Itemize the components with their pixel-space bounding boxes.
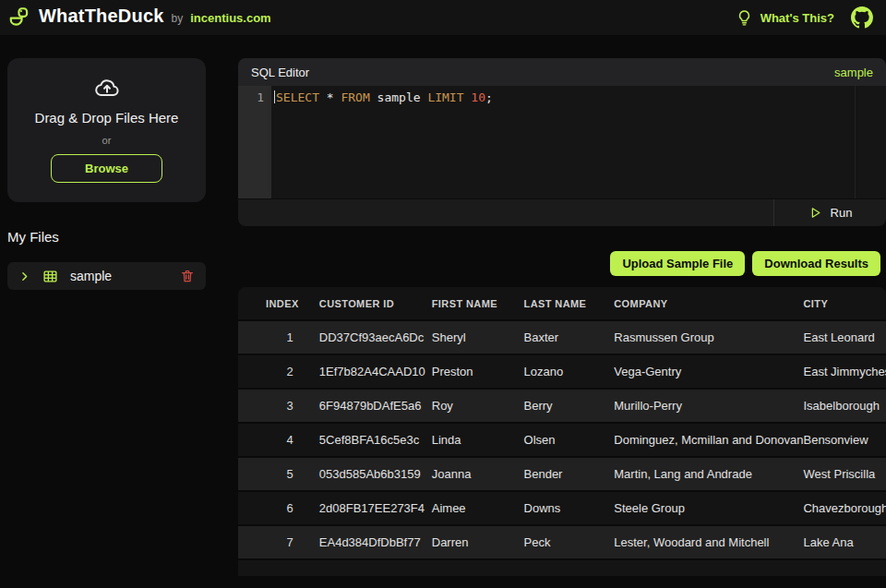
table-cell: Aimee: [432, 491, 524, 525]
table-cell: 5: [238, 457, 319, 491]
table-cell: East Leonard: [803, 320, 886, 354]
table-header-row: INDEXCUSTOMER IDFIRST NAMELAST NAMECOMPA…: [238, 287, 886, 320]
table-cell: Bensonview: [803, 423, 886, 457]
duck-logo-icon: [7, 6, 31, 30]
github-icon[interactable]: [851, 6, 873, 29]
topbar-actions: What's This?: [736, 6, 873, 29]
code-token: *: [319, 90, 341, 104]
cloud-upload-icon: [93, 75, 121, 102]
table-cell: 6F94879bDAfE5a6: [319, 389, 432, 423]
table-cell: Olsen: [524, 423, 615, 457]
topbar: WhatTheDuck by incentius.com What's This…: [0, 0, 886, 35]
line-number-gutter: 1: [238, 86, 271, 198]
code-line[interactable]: SELECT * FROM sample LIMIT 10;: [271, 86, 886, 198]
code-token: ;: [485, 90, 493, 104]
chevron-right-icon[interactable]: [18, 270, 30, 282]
editor-toolbar: Run: [238, 198, 886, 226]
whats-this-label: What's This?: [760, 11, 834, 25]
table-cell: 5Cef8BFA16c5e3c: [319, 423, 432, 457]
table-cell: [432, 559, 524, 576]
table-cell: Isabelborough: [803, 389, 886, 423]
table-cell: Berry: [524, 389, 615, 423]
table-cell: 1Ef7b82A4CAAD10: [319, 354, 432, 389]
whats-this-link[interactable]: What's This?: [736, 9, 834, 27]
table-cell: 3: [238, 389, 319, 423]
table-row: 5053d585Ab6b3159JoannaBenderMartin, Lang…: [238, 457, 886, 491]
table-file-icon: [42, 269, 58, 284]
code-token: sample: [370, 90, 428, 104]
table-cell: Darren: [432, 525, 524, 559]
column-header: INDEX: [238, 287, 319, 320]
sql-editor-title: SQL Editor: [251, 66, 309, 79]
brand: WhatTheDuck by incentius.com: [7, 6, 271, 30]
table-cell: Roy: [432, 389, 524, 423]
editor-scrollbar-track: [855, 86, 856, 198]
table-cell: Linda: [432, 423, 524, 457]
run-label: Run: [831, 206, 853, 220]
main-content: SQL Editor sample 1 SELECT * FROM sample…: [238, 35, 886, 588]
upload-sample-file-button[interactable]: Upload Sample File: [610, 251, 745, 276]
table-cell: West Priscilla: [803, 457, 886, 491]
download-results-button[interactable]: Download Results: [752, 251, 880, 276]
table-row: 45Cef8BFA16c5e3cLindaOlsenDominguez, Mcm…: [238, 423, 886, 457]
app-title: WhatTheDuck: [39, 6, 164, 27]
results-table: INDEXCUSTOMER IDFIRST NAMELAST NAMECOMPA…: [238, 287, 886, 576]
table-cell: Murillo-Perry: [614, 389, 803, 423]
table-cell: Chavezborough: [803, 491, 886, 525]
column-header: LAST NAME: [524, 287, 615, 320]
table-cell: [238, 559, 319, 576]
table-cell: Preston: [432, 354, 524, 389]
file-list-item-sample[interactable]: sample: [7, 262, 206, 290]
run-query-button[interactable]: Run: [773, 199, 886, 226]
table-row: 7EA4d384DfDbBf77DarrenPeckLester, Woodar…: [238, 525, 886, 559]
code-token: LIMIT: [427, 90, 463, 104]
table-cell: 4: [238, 423, 319, 457]
table-cell: DD37Cf93aecA6Dc: [319, 320, 432, 354]
column-header: FIRST NAME: [432, 287, 524, 320]
file-name: sample: [70, 269, 112, 283]
table-cell: 1: [238, 320, 319, 354]
brand-domain-link[interactable]: incentius.com: [190, 11, 270, 25]
active-table-badge: sample: [834, 66, 873, 79]
brand-by-label: by: [172, 12, 184, 25]
table-cell: Martin, Lang and Andrade: [614, 457, 803, 491]
table-cell: EA4d384DfDbBf77: [319, 525, 432, 559]
table-cell: 7: [238, 525, 319, 559]
dropzone-or-label: or: [102, 135, 112, 146]
table-cell: 6: [238, 491, 319, 525]
table-cell: Vega-Gentry: [614, 354, 803, 389]
table-row-partial: [238, 559, 886, 576]
table-cell: [803, 559, 886, 576]
table-cell: Lozano: [524, 354, 615, 389]
actions-row: Upload Sample File Download Results: [238, 251, 886, 276]
dropzone-title: Drag & Drop Files Here: [35, 110, 179, 126]
table-cell: East Jimmychester: [803, 354, 886, 389]
my-files-heading: My Files: [7, 229, 206, 245]
column-header: CITY: [803, 287, 886, 320]
table-cell: Dominguez, Mcmillan and Donovan: [614, 423, 803, 457]
sql-editor-panel: SQL Editor sample 1 SELECT * FROM sample…: [238, 58, 886, 226]
table-cell: Sheryl: [432, 320, 524, 354]
play-icon: [808, 206, 822, 220]
table-cell: Baxter: [524, 320, 615, 354]
table-cell: Lake Ana: [803, 525, 886, 559]
table-cell: [524, 559, 615, 576]
results-table-container[interactable]: INDEXCUSTOMER IDFIRST NAMELAST NAMECOMPA…: [238, 287, 886, 576]
lightbulb-icon: [736, 9, 753, 27]
table-row: 62d08FB17EE273F4AimeeDownsSteele GroupCh…: [238, 491, 886, 525]
table-cell: 2d08FB17EE273F4: [319, 491, 432, 525]
line-number: 1: [257, 90, 264, 104]
sidebar: Drag & Drop Files Here or Browse My File…: [0, 35, 238, 588]
table-row: 1DD37Cf93aecA6DcSherylBaxterRasmussen Gr…: [238, 320, 886, 354]
table-cell: Downs: [524, 491, 615, 525]
table-cell: Rasmussen Group: [614, 320, 803, 354]
table-cell: 053d585Ab6b3159: [319, 457, 432, 491]
code-token: FROM: [341, 90, 369, 104]
code-editor[interactable]: 1 SELECT * FROM sample LIMIT 10;: [238, 86, 886, 198]
file-dropzone[interactable]: Drag & Drop Files Here or Browse: [7, 58, 206, 202]
delete-file-icon[interactable]: [180, 269, 195, 283]
table-cell: Peck: [524, 525, 615, 559]
table-cell: [614, 559, 803, 576]
table-cell: Steele Group: [614, 491, 803, 525]
browse-button[interactable]: Browse: [51, 154, 162, 183]
